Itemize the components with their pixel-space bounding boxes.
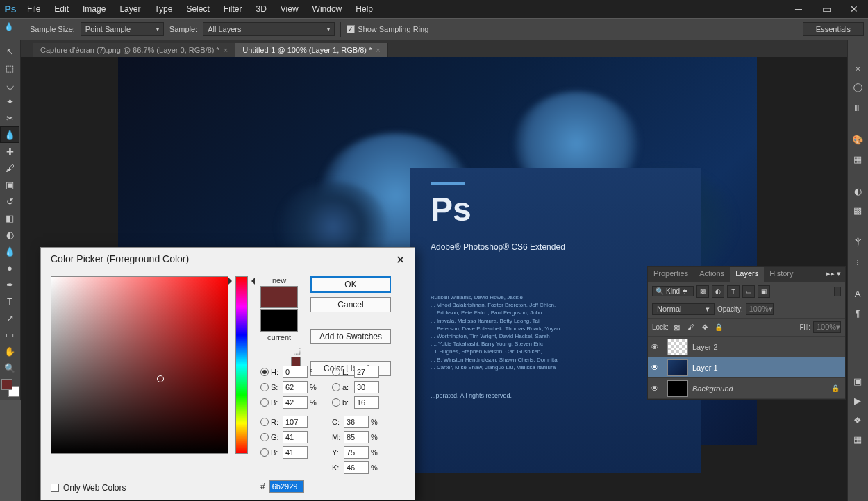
eraser-tool[interactable]: ◧ [0,210,19,226]
panel-menu-icon[interactable]: ▸▸ ▾ [822,267,845,282]
hue-cursor[interactable] [233,277,251,285]
channels-icon[interactable]: ▦ [848,430,867,448]
h-radio[interactable] [260,368,269,376]
filter-pixel-icon[interactable]: ▩ [696,285,709,298]
layer-comps-icon[interactable]: ▣ [848,372,867,390]
c-input[interactable] [344,416,369,428]
menu-help[interactable]: Help [349,1,379,17]
swatches-icon[interactable]: ▦ [848,150,867,168]
layers-stack-icon[interactable]: ❖ [848,411,867,429]
adjustments-icon[interactable]: ◐ [848,182,867,200]
layer-row[interactable]: 👁Layer 2 [648,337,845,357]
blur-tool[interactable]: 💧 [0,243,19,260]
layer-name[interactable]: Background [692,384,827,393]
layer-thumbnail[interactable] [667,380,688,397]
lab-b-radio[interactable] [332,398,340,407]
panel-tab-layers[interactable]: Layers [730,267,764,282]
menu-filter[interactable]: Filter [217,1,249,17]
lock-transparent-icon[interactable]: ▩ [671,322,683,333]
para-panel-icon[interactable]: ¶ [848,304,867,322]
m-input[interactable] [344,431,369,443]
crop-tool[interactable]: ✂ [0,110,19,126]
layer-kind-filter[interactable]: 🔍Kind ≑ [652,286,694,296]
fill-value[interactable]: 100%▾ [813,321,841,333]
current-color-swatch[interactable] [260,309,298,332]
stamp-tool[interactable]: ▣ [0,176,19,193]
hand-tool[interactable]: ✋ [0,343,19,359]
filter-type-icon[interactable]: T [727,285,740,298]
brush-panel-icon[interactable]: Ⲯ [848,233,867,251]
hue-slider[interactable] [235,276,248,454]
pen-tool[interactable]: ✒ [0,276,19,293]
l-radio[interactable] [332,368,340,376]
h-input[interactable] [283,366,308,378]
menu-3d[interactable]: 3D [249,1,272,17]
lasso-tool[interactable]: ◡ [0,76,19,93]
sb-cursor[interactable] [157,375,164,382]
filter-toggle[interactable] [834,287,841,296]
menu-file[interactable]: File [21,1,47,17]
info-icon[interactable]: ⓘ [848,79,867,97]
document-tab[interactable]: Untitled-1 @ 100% (Layer 1, RGB/8) *× [235,43,387,57]
gradient-tool[interactable]: ◐ [0,226,19,243]
g-input[interactable] [283,431,308,443]
color-swatches[interactable] [1,379,19,397]
menu-type[interactable]: Type [148,1,178,17]
quick-select-tool[interactable]: ✦ [0,93,19,110]
visibility-icon[interactable]: 👁 [651,384,663,393]
cancel-button[interactable]: Cancel [310,297,391,312]
healing-tool[interactable]: ✚ [0,143,19,160]
brush-presets-icon[interactable]: ⫶ [848,253,867,271]
menu-view[interactable]: View [274,1,305,17]
tab-close-icon[interactable]: × [224,46,228,54]
history-brush-tool[interactable]: ↺ [0,193,19,210]
menu-layer[interactable]: Layer [113,1,147,17]
opacity-value[interactable]: 100%▾ [746,303,774,315]
rgb-b-input[interactable] [283,446,308,459]
ok-button[interactable]: OK [310,276,391,293]
lock-position-icon[interactable]: ✥ [699,322,710,333]
type-tool[interactable]: T [0,293,19,309]
l-input[interactable] [354,366,379,378]
path-select-tool[interactable]: ↗ [0,309,19,326]
k-input[interactable] [344,461,369,474]
menu-select[interactable]: Select [180,1,215,17]
lock-all-icon[interactable]: 🔒 [713,322,724,333]
zoom-tool[interactable]: 🔍 [0,359,19,376]
visibility-icon[interactable]: 👁 [651,342,663,352]
dodge-tool[interactable]: ● [0,260,19,276]
blend-mode-select[interactable]: Normal▾ [652,303,715,315]
char-panel-icon[interactable]: A [848,285,867,303]
y-input[interactable] [344,446,369,459]
styles-icon[interactable]: ▩ [848,201,867,219]
r-radio[interactable] [260,418,269,426]
layer-thumbnail[interactable] [667,359,688,376]
maximize-button[interactable]: ▭ [812,0,840,18]
move-tool[interactable]: ↖ [0,43,19,60]
eyedropper-tool[interactable]: 💧 [0,126,19,143]
tab-close-icon[interactable]: × [376,46,380,54]
small-swatch[interactable] [291,357,301,366]
web-colors-checkbox[interactable] [51,484,59,492]
layer-row[interactable]: 👁Layer 1 [648,357,845,378]
hex-input[interactable] [269,480,304,493]
layer-name[interactable]: Layer 2 [692,343,842,351]
color-icon[interactable]: 🎨 [848,130,867,148]
rgb-b-radio[interactable] [260,448,269,457]
menu-edit[interactable]: Edit [48,1,75,17]
b-input[interactable] [283,396,308,409]
cube-icon[interactable]: ⬚ [293,346,301,355]
histogram-icon[interactable]: ⊪ [848,99,867,117]
minimize-button[interactable]: ─ [785,0,812,18]
sample-select[interactable]: All Layers [203,22,335,36]
layer-name[interactable]: Layer 1 [692,364,842,372]
compass-icon[interactable]: ✳ [848,60,867,78]
lock-pixels-icon[interactable]: 🖌 [685,322,696,333]
marquee-tool[interactable]: ⬚ [0,60,19,76]
shape-tool[interactable]: ▭ [0,326,19,343]
s-input[interactable] [283,381,308,393]
panel-tab-properties[interactable]: Properties [648,267,694,282]
menu-window[interactable]: Window [306,1,349,17]
a-input[interactable] [354,381,379,393]
filter-adjust-icon[interactable]: ◐ [712,285,724,298]
